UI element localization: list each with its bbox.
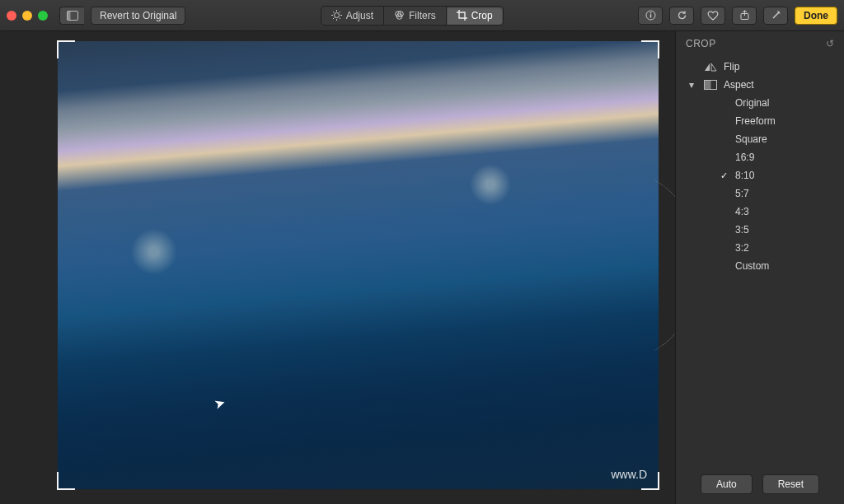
tab-crop-label: Crop (471, 10, 493, 21)
edit-mode-tabs: Adjust Filters Crop (321, 6, 504, 26)
flip-label: Flip (724, 61, 739, 72)
svg-point-2 (334, 13, 339, 18)
rotate-icon (677, 10, 687, 21)
sidebar-icon (67, 11, 78, 21)
tab-filters-label: Filters (409, 10, 436, 21)
svg-point-15 (649, 12, 651, 14)
close-window-icon[interactable] (7, 11, 16, 21)
svg-line-10 (333, 18, 334, 19)
svg-line-8 (339, 18, 340, 19)
aspect-icon (704, 80, 717, 90)
magic-wand-icon (771, 10, 781, 21)
flip-icon (704, 62, 717, 72)
crop-handle-bottom-left[interactable] (57, 472, 75, 490)
sidebar-title: CROP (686, 38, 716, 49)
aspect-option[interactable]: 3:2 (687, 239, 836, 257)
aspect-option-label: 5:7 (735, 188, 749, 199)
flip-row[interactable]: Flip (687, 58, 836, 76)
aspect-option-label: 3:2 (735, 242, 749, 254)
disclosure-triangle-icon[interactable]: ▾ (689, 79, 697, 91)
heart-icon (707, 10, 719, 21)
aspect-options-list: OriginalFreeformSquare16:9✓8:105:74:33:5… (687, 94, 836, 275)
svg-line-7 (333, 12, 334, 12)
window-traffic-lights (7, 11, 48, 21)
aspect-option-label: Freeform (735, 115, 776, 127)
aspect-option[interactable]: 5:7 (687, 184, 836, 203)
reset-panel-icon[interactable]: ↺ (826, 38, 835, 49)
crop-handle-bottom-right[interactable] (641, 472, 659, 490)
aspect-option[interactable]: Square (687, 130, 836, 148)
auto-button[interactable]: Auto (701, 474, 753, 494)
fullscreen-window-icon[interactable] (38, 11, 48, 21)
editor-canvas-area: www.D ➤ 15 10 5 0 -5 -10 -15 ◀ (0, 31, 675, 504)
aspect-option-label: 16:9 (735, 152, 754, 163)
enhance-button[interactable] (763, 7, 788, 25)
favorite-button[interactable] (701, 7, 725, 25)
photo-preview[interactable]: www.D ➤ (58, 41, 659, 489)
filters-icon (394, 10, 405, 21)
svg-rect-1 (67, 11, 70, 20)
tab-adjust-label: Adjust (346, 10, 373, 21)
crop-handle-top-right[interactable] (641, 40, 659, 58)
aspect-option[interactable]: 3:5 (687, 221, 836, 239)
aspect-label: Aspect (724, 79, 754, 91)
aspect-row[interactable]: ▾ Aspect (687, 76, 836, 94)
aspect-option-label: Original (735, 97, 769, 109)
toolbar: Revert to Original Adjust Filters Crop (0, 0, 844, 31)
aspect-option[interactable]: Freeform (687, 112, 836, 130)
crop-icon (457, 10, 467, 21)
tab-crop[interactable]: Crop (447, 6, 504, 26)
crop-handle-top-left[interactable] (57, 40, 75, 58)
aspect-option-label: Custom (735, 260, 769, 272)
info-button[interactable] (638, 7, 663, 25)
checkmark-icon: ✓ (719, 170, 729, 181)
minimize-window-icon[interactable] (22, 11, 32, 21)
aspect-option-label: 8:10 (735, 170, 754, 181)
aspect-option-label: 3:5 (735, 224, 749, 236)
aspect-option-label: Square (735, 133, 767, 145)
sidebar-toggle-button[interactable] (59, 7, 84, 25)
aspect-option[interactable]: ✓8:10 (687, 166, 836, 184)
tab-adjust[interactable]: Adjust (321, 6, 384, 26)
aspect-option[interactable]: 16:9 (687, 148, 836, 166)
cursor-icon: ➤ (212, 394, 227, 412)
svg-rect-19 (705, 81, 711, 90)
aspect-option[interactable]: Original (687, 94, 836, 112)
revert-to-original-button[interactable]: Revert to Original (91, 7, 185, 25)
share-icon (739, 10, 750, 21)
svg-rect-16 (649, 14, 650, 17)
done-button[interactable]: Done (795, 7, 837, 25)
rotate-button[interactable] (669, 7, 694, 25)
tab-filters[interactable]: Filters (384, 6, 447, 26)
adjust-icon (331, 10, 342, 21)
sidebar-footer: Auto Reset (676, 464, 844, 504)
crop-sidebar: CROP ↺ Flip ▾ Aspect OriginalFreeformSqu… (675, 31, 844, 504)
svg-line-9 (339, 12, 340, 12)
reset-button[interactable]: Reset (762, 474, 819, 494)
crop-frame[interactable]: www.D ➤ 15 10 5 0 -5 -10 -15 ◀ (58, 41, 659, 489)
sidebar-header: CROP ↺ (676, 31, 844, 56)
aspect-option-label: 4:3 (735, 206, 749, 217)
extensions-button[interactable] (732, 7, 757, 25)
aspect-option[interactable]: 4:3 (687, 203, 836, 221)
info-icon (645, 10, 656, 21)
aspect-option[interactable]: Custom (687, 257, 836, 275)
